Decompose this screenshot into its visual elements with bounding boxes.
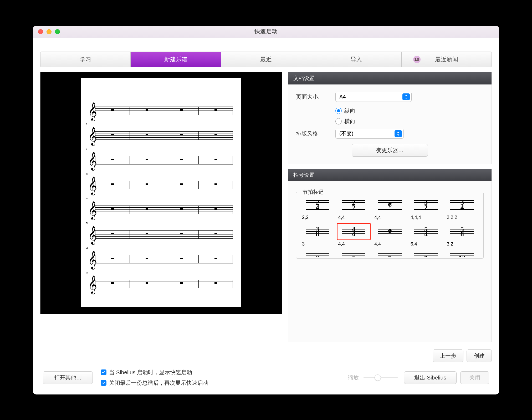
- staff: 13𝄞: [89, 173, 233, 197]
- time-signature-option[interactable]: 324,4,4: [409, 196, 443, 220]
- main-area: 𝄞5𝄞9𝄞13𝄞17𝄞21𝄞25𝄞29𝄞 文档设置 页面大小: A4: [40, 72, 492, 362]
- time-signature-option[interactable]: 𝄵4,4: [373, 196, 407, 220]
- time-signature-option[interactable]: 242,2: [300, 196, 335, 220]
- tab-import-label: 导入: [350, 56, 362, 63]
- time-signature-icon: 58: [445, 223, 479, 240]
- bar-number: 21: [86, 222, 88, 224]
- treble-clef-icon: 𝄞: [89, 253, 95, 266]
- create-button[interactable]: 创建: [467, 349, 492, 362]
- tab-learn-label: 学习: [80, 56, 91, 63]
- layout-style-select[interactable]: (不变): [335, 129, 404, 139]
- time-signature-label: 2,2: [300, 215, 335, 220]
- time-signature-option[interactable]: 12: [445, 249, 479, 257]
- time-signature-option[interactable]: 𝄴4,4: [373, 223, 407, 247]
- tab-new-score[interactable]: 新建乐谱: [131, 52, 221, 67]
- time-signature-option[interactable]: 6: [300, 249, 335, 257]
- time-signature-panel: 拍号设置 节拍标记 242,2224,4𝄵4,4324,4,4342,2,238…: [288, 169, 492, 342]
- page-size-select[interactable]: A4: [335, 92, 412, 102]
- radio-icon: [335, 108, 342, 114]
- page-size-row: 页面大小: A4: [296, 92, 484, 102]
- staff: 29𝄞: [89, 272, 233, 296]
- chevron-updown-icon: [395, 130, 402, 137]
- time-signature-label: 4,4: [373, 215, 407, 220]
- zoom-control: 缩放: [348, 374, 398, 381]
- zoom-label: 缩放: [348, 374, 359, 381]
- time-signature-grid: 242,2224,4𝄵4,4324,4,4342,2,2383444,4𝄴4,4…: [300, 196, 479, 257]
- time-signature-option[interactable]: 224,4: [337, 196, 371, 220]
- prev-button[interactable]: 上一步: [433, 349, 463, 362]
- time-signature-option[interactable]: 383: [300, 223, 335, 247]
- staff: 21𝄞: [89, 223, 233, 246]
- panel-body: 节拍标记 242,2224,4𝄵4,4324,4,4342,2,2383444,…: [288, 181, 492, 266]
- tab-new-score-label: 新建乐谱: [164, 56, 187, 63]
- footer: 打开其他… 当 Sibelius 启动时，显示快速启动 关闭最后一份总谱后，再次…: [40, 362, 492, 394]
- zoom-slider[interactable]: [364, 377, 398, 378]
- treble-clef-icon: 𝄞: [89, 105, 95, 118]
- time-signature-icon: 7: [373, 249, 407, 257]
- tab-learn[interactable]: 学习: [40, 52, 131, 67]
- news-badge: 10: [413, 56, 421, 63]
- orientation-portrait[interactable]: 纵向: [335, 107, 484, 114]
- time-signature-icon: 24: [300, 196, 335, 214]
- staff-lines: [95, 131, 233, 140]
- staff: 25𝄞: [89, 248, 233, 271]
- open-other-button[interactable]: 打开其他…: [43, 371, 93, 384]
- checkbox-icon: [101, 380, 106, 386]
- content: 学习 新建乐谱 最近 导入 10 最近新闻 𝄞5𝄞9𝄞13𝄞17𝄞21𝄞25𝄞2…: [33, 38, 499, 394]
- change-instruments-row: 变更乐器…: [296, 144, 484, 157]
- opt2-label: 关闭最后一份总谱后，再次显示快速启动: [109, 379, 208, 387]
- panel-body: 页面大小: A4 纵向: [288, 84, 492, 164]
- staff-lines: [95, 255, 233, 263]
- time-panel-title: 拍号设置: [293, 172, 314, 179]
- orientation-landscape[interactable]: 横向: [335, 118, 484, 125]
- treble-clef-icon: 𝄞: [89, 130, 95, 142]
- staff-lines: [95, 156, 233, 164]
- portrait-label: 纵向: [344, 107, 355, 114]
- layout-style-value: (不变): [339, 130, 353, 137]
- chevron-updown-icon: [402, 93, 410, 100]
- change-instruments-button[interactable]: 变更乐器…: [352, 144, 428, 157]
- time-signature-option[interactable]: 9: [409, 249, 443, 257]
- treble-clef-icon: 𝄞: [89, 229, 95, 241]
- time-group-legend: 节拍标记: [300, 188, 326, 196]
- tab-recent-label: 最近: [260, 56, 272, 63]
- treble-clef-icon: 𝄞: [89, 179, 95, 192]
- staff: 17𝄞: [89, 198, 233, 221]
- time-signature-option[interactable]: 342,2,2: [445, 196, 479, 220]
- nav-buttons: 上一步 创建: [288, 349, 492, 362]
- time-signature-icon: 𝄴: [373, 223, 407, 240]
- layout-style-row: 排版风格 (不变): [296, 129, 484, 139]
- show-after-close-checkbox[interactable]: 关闭最后一份总谱后，再次显示快速启动: [101, 379, 208, 387]
- time-signature-icon: 6: [337, 249, 371, 257]
- time-signature-option[interactable]: 546,4: [409, 223, 443, 247]
- tab-import[interactable]: 导入: [311, 52, 401, 67]
- time-signature-option[interactable]: 583,2: [445, 223, 479, 247]
- time-signature-icon: 34: [445, 196, 479, 214]
- time-signature-label: 4,4: [337, 241, 371, 247]
- close-button[interactable]: 关闭: [460, 371, 489, 384]
- checkbox-icon: [101, 369, 106, 375]
- page-size-value: A4: [339, 94, 346, 100]
- right-column: 文档设置 页面大小: A4: [288, 72, 492, 362]
- staff: 9𝄞: [89, 149, 233, 172]
- time-signature-label: 3,2: [445, 241, 479, 247]
- window-title: 快速启动: [33, 28, 499, 36]
- time-signature-icon: 6: [300, 249, 335, 257]
- time-signature-option[interactable]: 7: [373, 249, 407, 257]
- show-on-startup-checkbox[interactable]: 当 Sibelius 启动时，显示快速启动: [101, 369, 208, 376]
- time-signature-label: 2,2,2: [445, 215, 479, 220]
- time-signature-label: 4,4: [373, 241, 407, 247]
- time-signature-label: 4,4: [337, 215, 371, 220]
- treble-clef-icon: 𝄞: [89, 204, 95, 217]
- time-signature-option[interactable]: 6: [337, 249, 371, 257]
- staff-lines: [95, 107, 233, 115]
- tab-recent[interactable]: 最近: [221, 52, 311, 67]
- time-signature-option[interactable]: 444,4: [337, 223, 371, 247]
- quit-button[interactable]: 退出 Sibelius: [404, 371, 457, 384]
- tab-news[interactable]: 10 最近新闻: [402, 52, 492, 67]
- landscape-label: 横向: [344, 118, 355, 125]
- time-signature-icon: 22: [337, 196, 371, 214]
- time-signature-label: 4,4,4: [409, 215, 443, 220]
- checkbox-group: 当 Sibelius 启动时，显示快速启动 关闭最后一份总谱后，再次显示快速启动: [101, 369, 208, 387]
- panel-header: 文档设置: [288, 72, 492, 84]
